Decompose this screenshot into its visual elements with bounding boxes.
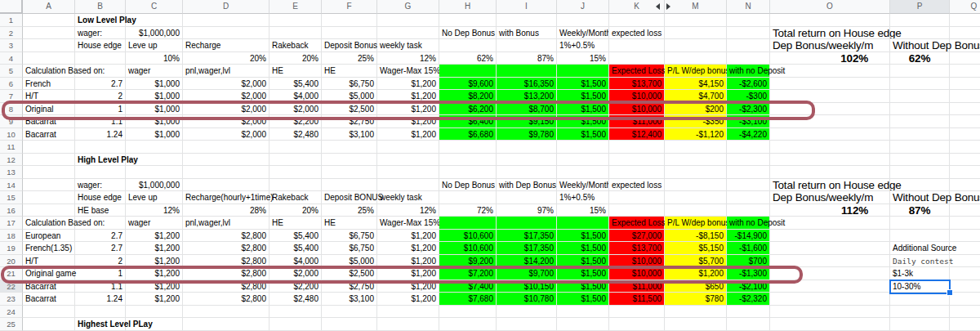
cell-G2[interactable] [377,27,439,40]
row-header-25[interactable]: 25 [0,318,23,331]
cell-E17[interactable]: HE [270,217,322,230]
cell-K15[interactable] [609,191,665,204]
cell-J23[interactable]: $1,500 [557,293,609,306]
cell-F23[interactable]: $3,100 [322,293,377,306]
cell-P18[interactable] [890,230,950,243]
cell-F18[interactable]: $6,750 [322,230,377,243]
cell-M19[interactable]: $5,150 [665,242,727,255]
cell-H12[interactable] [439,154,497,167]
cell-I23[interactable]: $10,780 [497,293,557,306]
cell-P1[interactable] [890,14,950,27]
cell-C23[interactable]: $1,200 [126,293,183,306]
cell-Q14[interactable] [950,179,980,192]
cell-M24[interactable] [665,306,727,319]
cell-A4[interactable] [23,52,75,65]
cell-Q12[interactable] [950,154,980,167]
cell-Q8[interactable] [950,103,980,116]
cell-H5[interactable] [439,65,497,78]
row-header-12[interactable]: 12 [0,154,23,167]
row-header-4[interactable]: 4 [0,52,23,65]
row-header-16[interactable]: 16 [0,204,23,217]
cell-E12[interactable] [270,154,322,167]
cell-J19[interactable]: $1,500 [557,242,609,255]
row-header-18[interactable]: 18 [0,230,23,243]
cell-B24[interactable] [75,306,126,319]
column-header-D[interactable]: D [183,0,270,14]
cell-I14[interactable]: with Dep Bonus [497,179,557,192]
cell-G17[interactable]: Wager-Max 15% [377,217,439,230]
cell-I11[interactable] [497,141,557,154]
cell-M16[interactable] [665,204,727,217]
cell-K3[interactable] [609,39,665,52]
cell-G18[interactable]: $1,200 [377,230,439,243]
cell-O4[interactable]: 102% [770,52,890,65]
cell-P25[interactable] [890,318,950,331]
annotation-box-row-8[interactable] [2,101,815,120]
row-header-23[interactable]: 23 [0,293,23,306]
cell-B13[interactable] [75,166,126,179]
cell-Q16[interactable] [950,204,980,217]
cell-I13[interactable] [497,166,557,179]
cell-A11[interactable] [23,141,75,154]
cell-A17[interactable]: Calculation Based on: [23,217,75,230]
cell-Q4[interactable] [950,52,980,65]
cell-F11[interactable] [322,141,377,154]
column-header-J[interactable]: J [557,0,609,14]
cell-Q10[interactable] [950,128,980,141]
cell-H2[interactable]: No Dep Bonus [439,27,497,40]
cell-E4[interactable]: 20% [270,52,322,65]
cell-Q18[interactable] [950,230,980,243]
cell-H13[interactable] [439,166,497,179]
row-header-10[interactable]: 10 [0,128,23,141]
cell-M6[interactable]: $4,150 [665,78,727,91]
cell-G23[interactable]: $1,200 [377,293,439,306]
cell-B17[interactable] [75,217,126,230]
column-header-H[interactable]: H [439,0,497,14]
cell-O12[interactable] [770,154,890,167]
cell-P15[interactable]: Without Dep Bonus [890,191,950,204]
cell-K17[interactable]: Expected Loss [609,217,665,230]
cell-H25[interactable] [439,318,497,331]
cell-B23[interactable]: 1.24 [75,293,126,306]
cell-K11[interactable] [609,141,665,154]
cell-D12[interactable] [183,154,270,167]
cell-G13[interactable] [377,166,439,179]
cell-M5[interactable]: P/L W/dep bonus [665,65,727,78]
cell-P3[interactable]: Without Dep Bonus [890,39,950,52]
annotation-box-row-21[interactable] [1,266,803,284]
cell-H19[interactable]: $10,600 [439,242,497,255]
cell-O24[interactable] [770,306,890,319]
cell-A23[interactable]: Bacarrat [23,293,75,306]
cell-Q5[interactable] [950,65,980,78]
cell-A5[interactable]: Calculation Based on: [23,65,75,78]
column-header-A[interactable]: A [23,0,75,14]
cell-O5[interactable] [770,65,890,78]
cell-H14[interactable]: No Dep Bonus [439,179,497,192]
cell-I15[interactable] [497,191,557,204]
cell-I5[interactable] [497,65,557,78]
cell-C3[interactable]: Leve up [126,39,183,52]
column-header-N[interactable]: N [727,0,770,14]
cell-F12[interactable] [322,154,377,167]
cell-M4[interactable] [665,52,727,65]
cell-Q2[interactable] [950,27,980,40]
cell-P20[interactable]: Daily contest [890,255,950,268]
cell-O18[interactable] [770,230,890,243]
cell-N6[interactable]: -$2,600 [727,78,770,91]
cell-H24[interactable] [439,306,497,319]
cell-C6[interactable]: $1,000 [126,78,183,91]
cell-D13[interactable] [183,166,270,179]
cell-F16[interactable]: 25% [322,204,377,217]
cell-K25[interactable] [609,318,665,331]
cell-I6[interactable]: $16,350 [497,78,557,91]
cell-N12[interactable] [727,154,770,167]
row-header-24[interactable]: 24 [0,306,23,319]
cell-P10[interactable] [890,128,950,141]
cell-Q11[interactable] [950,141,980,154]
cell-E13[interactable] [270,166,322,179]
cell-P24[interactable] [890,306,950,319]
cell-O3[interactable]: Dep Bonus/weekly/m [770,39,890,52]
cell-H17[interactable] [439,217,497,230]
cell-E14[interactable] [270,179,322,192]
cell-P8[interactable] [890,103,950,116]
